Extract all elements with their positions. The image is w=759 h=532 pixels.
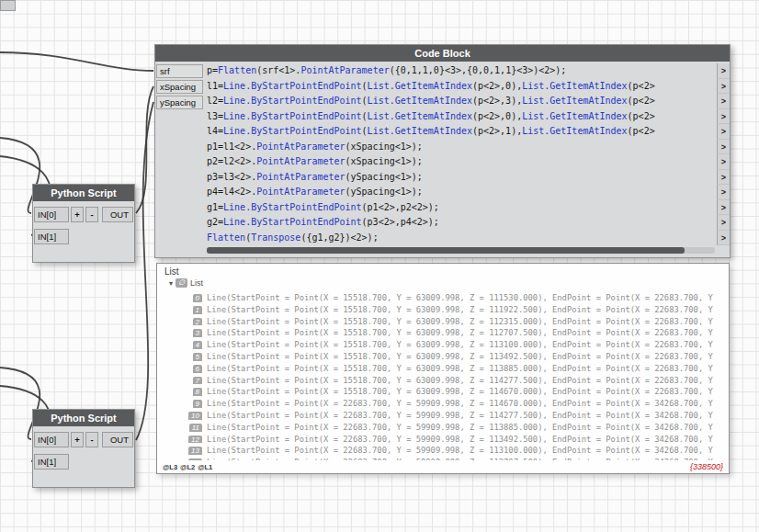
list-item[interactable]: 0Line(StartPoint = Point(X = 15518.700, … (181, 290, 725, 302)
row-text: Line(StartPoint = Point(X = 15518.700, Y… (207, 317, 713, 326)
code-input-port-srf[interactable]: srf (156, 64, 203, 78)
row-index-badge: 0 (193, 294, 202, 302)
add-input-button[interactable]: + (71, 207, 84, 222)
row-text: Line(StartPoint = Point(X = 22683.700, Y… (207, 411, 713, 420)
row-text: Line(StartPoint = Point(X = 22683.700, Y… (207, 423, 713, 432)
code-line[interactable]: l4=Line.ByStartPointEndPoint(List.GetIte… (207, 124, 716, 140)
item-count: {338500} (690, 462, 723, 471)
row-text: Line(StartPoint = Point(X = 15518.700, Y… (207, 387, 713, 396)
code-output-port[interactable]: > (717, 200, 730, 216)
list-item[interactable]: 5Line(StartPoint = Point(X = 15518.700, … (181, 349, 725, 361)
python-node-title[interactable]: Python Script (33, 185, 134, 201)
code-line[interactable]: p=Flatten(srf<1>.PointAtParameter({0,1,1… (207, 63, 716, 79)
offscreen-node-fragment (0, 0, 16, 11)
python2-input-port-0[interactable]: IN[0] (34, 432, 69, 447)
row-index-badge: 1 (193, 306, 202, 314)
code-line[interactable]: p4=l4<2>.PointAtParameter(ySpacing<1>); (207, 185, 716, 200)
row-index-badge: 8 (193, 388, 202, 396)
code-output-port[interactable]: > (717, 215, 730, 231)
code-line[interactable]: p3=l3<2>.PointAtParameter(ySpacing<1>); (207, 170, 716, 186)
row-text: Line(StartPoint = Point(X = 22683.700, Y… (207, 399, 713, 408)
python1-input-port-1[interactable]: IN[1] (34, 229, 69, 244)
code-output-ports: >>>>>>>>>>>> (717, 63, 730, 245)
code-output-port[interactable]: > (717, 231, 730, 246)
list-item[interactable]: 6Line(StartPoint = Point(X = 15518.700, … (181, 361, 725, 373)
dynamo-canvas[interactable]: Code Block srfxSpacingySpacing p=Flatten… (0, 0, 759, 532)
row-index-badge: 6 (193, 365, 202, 373)
code-line[interactable]: Flatten(Transpose({g1,g2})<2>); (207, 231, 716, 245)
row-index-badge: 9 (193, 400, 202, 408)
code-output-port[interactable]: > (717, 124, 730, 140)
watch-list-panel[interactable]: List ▾ ∅ List 0Line(StartPoint = Point(X… (156, 263, 730, 474)
code-line[interactable]: l1=Line.ByStartPointEndPoint(List.GetIte… (207, 79, 716, 95)
row-text: Line(StartPoint = Point(X = 15518.700, Y… (207, 376, 713, 385)
code-line[interactable]: p1=l1<2>.PointAtParameter(xSpacing<1>); (207, 140, 716, 155)
list-item[interactable]: 13Line(StartPoint = Point(X = 22683.700,… (181, 443, 725, 455)
code-line[interactable]: g2=Line.ByStartPointEndPoint(p3<2>,p4<2>… (207, 215, 716, 231)
code-scrollbar-track[interactable] (207, 247, 715, 254)
sublist-label: List (190, 278, 203, 288)
python-script-node-1[interactable]: Python Script IN[0] + - OUT IN[1] (32, 184, 135, 263)
code-line[interactable]: l2=Line.ByStartPointEndPoint(List.GetIte… (207, 94, 716, 109)
remove-input-button[interactable]: - (85, 207, 98, 222)
list-item[interactable]: 2Line(StartPoint = Point(X = 15518.700, … (181, 314, 725, 326)
wire-python2-out-yspacing[interactable] (136, 102, 153, 440)
list-item[interactable]: 1Line(StartPoint = Point(X = 15518.700, … (181, 302, 725, 314)
python1-output-port[interactable]: OUT (102, 207, 133, 222)
list-item[interactable]: 14Line(StartPoint = Point(X = 22683.700,… (181, 455, 725, 460)
row-index-badge: 4 (193, 341, 202, 349)
code-line[interactable]: g1=Line.ByStartPointEndPoint(p1<2>,p2<2>… (207, 200, 716, 216)
row-text: Line(StartPoint = Point(X = 15518.700, Y… (207, 305, 713, 314)
code-output-port[interactable]: > (717, 63, 730, 79)
code-output-port[interactable]: > (717, 79, 730, 95)
list-item[interactable]: 10Line(StartPoint = Point(X = 22683.700,… (181, 408, 725, 420)
list-item[interactable]: 9Line(StartPoint = Point(X = 22683.700, … (181, 396, 725, 408)
row-text: Line(StartPoint = Point(X = 15518.700, Y… (207, 328, 713, 337)
python2-input-port-1[interactable]: IN[1] (34, 454, 69, 470)
code-output-port[interactable]: > (717, 109, 730, 125)
code-input-port-xSpacing[interactable]: xSpacing (156, 80, 203, 94)
row-index-badge: 12 (188, 436, 202, 444)
code-block-title[interactable]: Code Block (155, 45, 730, 62)
code-line[interactable]: p2=l2<2>.PointAtParameter(xSpacing<1>); (207, 154, 716, 170)
collapse-arrow-icon[interactable]: ▾ (169, 279, 173, 288)
row-text: Line(StartPoint = Point(X = 15518.700, Y… (207, 364, 713, 373)
code-block-node[interactable]: Code Block srfxSpacingySpacing p=Flatten… (154, 44, 731, 258)
code-line[interactable]: l3=Line.ByStartPointEndPoint(List.GetIte… (207, 109, 716, 125)
python-script-node-2[interactable]: Python Script IN[0] + - OUT IN[1] (32, 409, 135, 488)
level-badge[interactable]: @L1 (198, 463, 212, 471)
list-item[interactable]: 7Line(StartPoint = Point(X = 15518.700, … (181, 373, 725, 385)
code-output-port[interactable]: > (717, 154, 730, 170)
code-scrollbar-thumb[interactable] (207, 247, 685, 254)
list-item[interactable]: 12Line(StartPoint = Point(X = 22683.700,… (181, 432, 725, 444)
remove-input-button[interactable]: - (85, 432, 98, 447)
row-text: Line(StartPoint = Point(X = 22683.700, Y… (207, 435, 713, 444)
row-index-badge: 2 (193, 318, 202, 326)
watch-root-label: List (164, 266, 179, 277)
add-input-button[interactable]: + (71, 432, 84, 447)
row-index-badge: 3 (193, 329, 202, 337)
list-item[interactable]: 3Line(StartPoint = Point(X = 15518.700, … (181, 325, 725, 337)
watch-sublist-row[interactable]: ▾ ∅ List (169, 278, 203, 288)
row-text: Line(StartPoint = Point(X = 15518.700, Y… (207, 340, 713, 349)
row-index-badge: 11 (189, 424, 202, 432)
code-output-port[interactable]: > (717, 185, 730, 200)
watch-footer: @L3@L2@L1 {338500} (163, 461, 723, 472)
list-item[interactable]: 11Line(StartPoint = Point(X = 22683.700,… (181, 420, 725, 432)
python-node-title[interactable]: Python Script (33, 410, 134, 426)
wire-srf-input[interactable] (0, 52, 153, 71)
code-output-port[interactable]: > (717, 94, 730, 109)
python1-input-port-0[interactable]: IN[0] (34, 207, 69, 222)
level-badge[interactable]: @L3 (163, 463, 177, 471)
row-text: Line(StartPoint = Point(X = 15518.700, Y… (207, 293, 713, 302)
list-item[interactable]: 8Line(StartPoint = Point(X = 15518.700, … (181, 384, 725, 396)
code-output-port[interactable]: > (717, 140, 730, 155)
code-input-port-ySpacing[interactable]: ySpacing (156, 96, 203, 109)
python2-output-port[interactable]: OUT (102, 432, 133, 447)
code-lines[interactable]: p=Flatten(srf<1>.PointAtParameter({0,1,1… (207, 63, 716, 244)
row-index-badge: 10 (188, 412, 202, 420)
level-badge[interactable]: @L2 (180, 463, 195, 471)
row-text: Line(StartPoint = Point(X = 22683.700, Y… (207, 446, 713, 455)
list-item[interactable]: 4Line(StartPoint = Point(X = 15518.700, … (181, 337, 725, 349)
code-output-port[interactable]: > (717, 170, 730, 186)
